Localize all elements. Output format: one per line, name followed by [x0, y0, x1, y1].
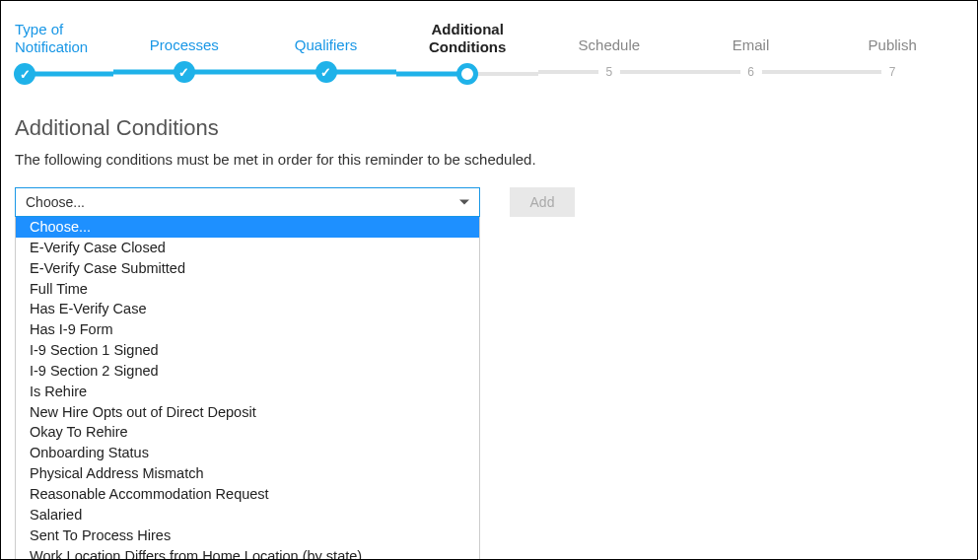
- dropdown-option[interactable]: I-9 Section 2 Signed: [16, 361, 479, 382]
- step-label: Additional Conditions: [429, 21, 506, 62]
- check-icon: [315, 61, 337, 83]
- step-label: Publish: [869, 21, 917, 60]
- step-label: Schedule: [579, 21, 641, 60]
- dropdown-option[interactable]: Okay To Rehire: [16, 422, 479, 443]
- page-title: Additional Conditions: [15, 115, 963, 141]
- dropdown-option[interactable]: Sent To Process Hires: [16, 525, 479, 546]
- check-icon: [14, 63, 35, 85]
- dropdown-option[interactable]: Has E-Verify Case: [16, 299, 479, 319]
- condition-controls: Choose... Choose...E-Verify Case ClosedE…: [15, 187, 963, 217]
- step-dot: 5: [598, 61, 620, 83]
- step-track: [396, 62, 538, 86]
- step-dot: [456, 63, 478, 85]
- step-label: Type of Notification: [15, 21, 88, 62]
- step-2[interactable]: Processes: [113, 21, 255, 84]
- condition-dropdown: Choose...E-Verify Case ClosedE-Verify Ca…: [15, 217, 480, 560]
- dropdown-option[interactable]: Full Time: [16, 279, 479, 300]
- dropdown-option[interactable]: Has I-9 Form: [16, 319, 479, 340]
- step-5: Schedule5: [538, 21, 680, 84]
- step-label: Processes: [150, 21, 219, 60]
- dropdown-option[interactable]: Physical Address Mismatch: [16, 463, 479, 484]
- page-description: The following conditions must be met in …: [15, 151, 963, 168]
- dropdown-option[interactable]: Choose...: [16, 217, 479, 238]
- step-1[interactable]: Type of Notification: [15, 21, 113, 86]
- dropdown-option[interactable]: Reasonable Accommodation Request: [16, 484, 479, 505]
- step-6: Email6: [680, 21, 822, 84]
- dropdown-option[interactable]: Onboarding Status: [16, 443, 479, 463]
- condition-select[interactable]: Choose...: [15, 187, 480, 217]
- step-label: Email: [733, 21, 770, 60]
- step-track: 5: [538, 60, 680, 84]
- dropdown-option[interactable]: New Hire Opts out of Direct Deposit: [16, 402, 479, 423]
- wizard-stepper: Type of NotificationProcessesQualifiersA…: [15, 21, 963, 86]
- step-3[interactable]: Qualifiers: [255, 21, 397, 84]
- dropdown-option[interactable]: Is Rehire: [16, 382, 479, 402]
- step-7: Publish7: [821, 21, 963, 84]
- dropdown-option[interactable]: E-Verify Case Closed: [16, 238, 479, 258]
- step-track: [255, 60, 397, 84]
- step-track: [15, 62, 113, 86]
- step-track: [113, 60, 255, 84]
- dropdown-option[interactable]: E-Verify Case Submitted: [16, 258, 479, 279]
- condition-select-wrap: Choose... Choose...E-Verify Case ClosedE…: [15, 187, 480, 217]
- step-dot: 7: [881, 61, 903, 83]
- step-dot: 6: [740, 61, 762, 83]
- dropdown-option[interactable]: Work Location Differs from Home Location…: [16, 546, 479, 561]
- step-track: 6: [680, 60, 822, 84]
- step-track: 7: [821, 60, 963, 84]
- step-label: Qualifiers: [295, 21, 357, 60]
- add-button[interactable]: Add: [510, 187, 575, 217]
- dropdown-option[interactable]: I-9 Section 1 Signed: [16, 340, 479, 361]
- step-4[interactable]: Additional Conditions: [396, 21, 538, 86]
- check-icon: [174, 61, 195, 83]
- dropdown-option[interactable]: Salaried: [16, 505, 479, 525]
